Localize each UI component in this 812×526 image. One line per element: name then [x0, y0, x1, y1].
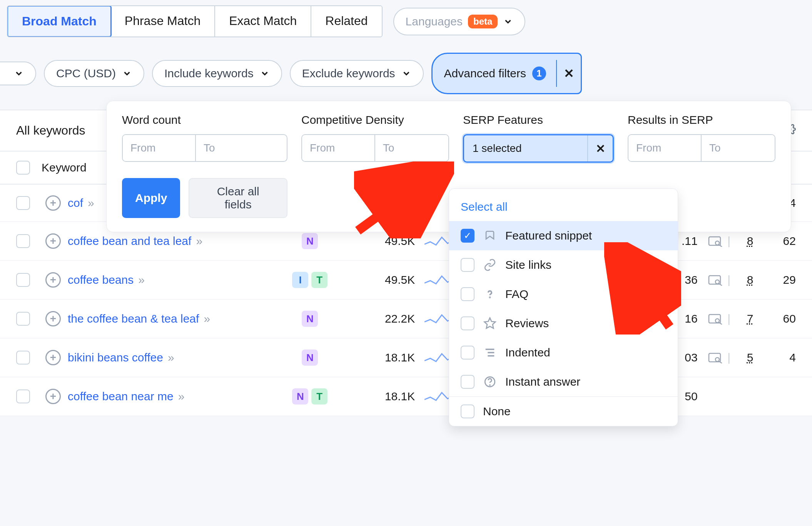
- serp-feature-icon: [483, 258, 497, 272]
- row-checkbox[interactable]: [16, 196, 30, 210]
- row-checkbox[interactable]: [16, 351, 30, 365]
- serp-features-selected-text: 1 selected: [464, 135, 587, 161]
- column-header-keyword[interactable]: Keyword: [42, 161, 87, 174]
- chevron-down-icon: [503, 17, 513, 27]
- re-cell: 29: [759, 273, 796, 286]
- add-keyword-icon[interactable]: +: [45, 195, 61, 211]
- filter-include-keywords[interactable]: Include keywords: [152, 60, 282, 87]
- filter-unknown-left[interactable]: [0, 62, 36, 85]
- select-all-option[interactable]: Select all: [449, 192, 678, 221]
- add-keyword-icon[interactable]: +: [45, 311, 61, 326]
- serp-none-checkbox[interactable]: [461, 404, 475, 418]
- keyword-details-icon[interactable]: »: [178, 390, 182, 403]
- serp-feature-option[interactable]: Indented: [449, 338, 678, 367]
- chevron-down-icon: [122, 68, 132, 78]
- svg-point-5: [715, 280, 719, 284]
- keyword-details-icon[interactable]: »: [168, 351, 172, 364]
- keyword-link[interactable]: cof: [68, 196, 83, 210]
- row-checkbox[interactable]: [16, 390, 30, 403]
- competitive-density-to-input[interactable]: [375, 135, 448, 161]
- add-keyword-icon[interactable]: +: [45, 272, 61, 288]
- serp-feature-option[interactable]: Instant answer: [449, 367, 678, 396]
- keyword-link[interactable]: coffee bean and tea leaf: [68, 235, 191, 248]
- filter-cpc[interactable]: CPC (USD): [44, 60, 144, 87]
- serp-features-label: SERP Features: [463, 113, 614, 129]
- add-keyword-icon[interactable]: +: [45, 389, 61, 404]
- filter-advanced[interactable]: Advanced filters 1 ✕: [431, 53, 582, 94]
- serp-icon[interactable]: |: [698, 273, 741, 286]
- serp-features-select[interactable]: 1 selected ✕: [463, 134, 614, 163]
- re-cell: 4: [759, 351, 796, 364]
- serp-feature-icon: [483, 287, 497, 301]
- serp-count-cell[interactable]: 8: [741, 273, 759, 286]
- tab-broad-match[interactable]: Broad Match: [7, 5, 112, 37]
- add-keyword-icon[interactable]: +: [45, 233, 61, 249]
- annotation-arrow-icon: [604, 242, 681, 335]
- competitive-density-from-input[interactable]: [302, 135, 375, 161]
- table-row: +coffee bean near me»NT18.1K50: [0, 377, 812, 416]
- serp-features-clear-icon[interactable]: ✕: [587, 135, 613, 161]
- row-checkbox[interactable]: [16, 234, 30, 248]
- keyword-details-icon[interactable]: »: [138, 273, 142, 286]
- match-type-tabs: Broad Match Phrase Match Exact Match Rel…: [7, 5, 383, 37]
- serp-feature-checkbox[interactable]: ✓: [461, 229, 475, 243]
- serp-feature-checkbox[interactable]: [461, 316, 475, 330]
- filter-exclude-keywords[interactable]: Exclude keywords: [290, 60, 424, 87]
- keyword-link[interactable]: the coffee bean & tea leaf: [68, 312, 199, 325]
- filter-advanced-label: Advanced filters: [444, 67, 526, 80]
- serp-feature-label: FAQ: [505, 288, 528, 301]
- serp-feature-label: Indented: [505, 346, 550, 359]
- volume-cell: 18.1K: [343, 351, 415, 364]
- keyword-link[interactable]: coffee beans: [68, 273, 134, 286]
- tab-exact-match[interactable]: Exact Match: [215, 6, 311, 37]
- serp-feature-checkbox[interactable]: [461, 258, 475, 272]
- table-row: +coffee beans»IT49.5K36|829: [0, 261, 812, 300]
- results-in-serp-label: Results in SERP: [628, 113, 775, 129]
- serp-feature-icon: [483, 346, 497, 360]
- serp-feature-checkbox[interactable]: [461, 375, 475, 389]
- advanced-count-badge: 1: [532, 67, 546, 80]
- table-row: +the coffee bean & tea leaf»N22.2K16|760: [0, 300, 812, 338]
- serp-count-cell[interactable]: 5: [741, 351, 759, 364]
- serp-icon[interactable]: |: [698, 235, 741, 248]
- advanced-clear-icon[interactable]: ✕: [556, 60, 581, 87]
- table-row: +bikini beans coffee»N18.1K03|54: [0, 338, 812, 377]
- intent-badge: T: [311, 272, 327, 288]
- serp-count-cell[interactable]: 7: [741, 312, 759, 325]
- serp-none-option[interactable]: None: [449, 397, 678, 426]
- filter-cpc-label: CPC (USD): [56, 67, 116, 80]
- intent-badge: I: [292, 272, 308, 288]
- re-cell: 62: [759, 235, 796, 248]
- results-in-serp-from-input[interactable]: [628, 135, 702, 161]
- intent-badge: T: [311, 388, 327, 404]
- serp-feature-checkbox[interactable]: [461, 346, 475, 360]
- row-checkbox[interactable]: [16, 312, 30, 326]
- keyword-link[interactable]: bikini beans coffee: [68, 351, 163, 364]
- keyword-link[interactable]: coffee bean near me: [68, 390, 174, 403]
- tab-phrase-match[interactable]: Phrase Match: [111, 6, 215, 37]
- serp-feature-label: Site links: [505, 258, 551, 271]
- languages-dropdown[interactable]: Languages beta: [393, 8, 526, 35]
- word-count-to-input[interactable]: [196, 135, 269, 161]
- serp-icon[interactable]: |: [698, 312, 741, 325]
- keyword-details-icon[interactable]: »: [204, 312, 208, 325]
- select-all-checkbox[interactable]: [16, 161, 30, 175]
- serp-feature-checkbox[interactable]: [461, 287, 475, 301]
- serp-icon[interactable]: |: [698, 351, 741, 364]
- serp-feature-icon: [483, 316, 497, 330]
- clear-all-fields-button[interactable]: Clear all fields: [189, 178, 287, 218]
- keyword-details-icon[interactable]: »: [88, 196, 92, 210]
- results-in-serp-to-input[interactable]: [702, 135, 775, 161]
- apply-button[interactable]: Apply: [122, 178, 180, 218]
- tab-related[interactable]: Related: [311, 6, 381, 37]
- volume-cell: 49.5K: [343, 273, 415, 286]
- row-checkbox[interactable]: [16, 273, 30, 287]
- serp-count-cell[interactable]: 8: [741, 235, 759, 248]
- word-count-label: Word count: [122, 113, 287, 129]
- intent-badge: N: [302, 233, 318, 249]
- word-count-from-input[interactable]: [123, 135, 196, 161]
- filter-include-label: Include keywords: [164, 67, 254, 80]
- add-keyword-icon[interactable]: +: [45, 350, 61, 365]
- keyword-details-icon[interactable]: »: [196, 235, 200, 248]
- chevron-down-icon: [401, 68, 411, 78]
